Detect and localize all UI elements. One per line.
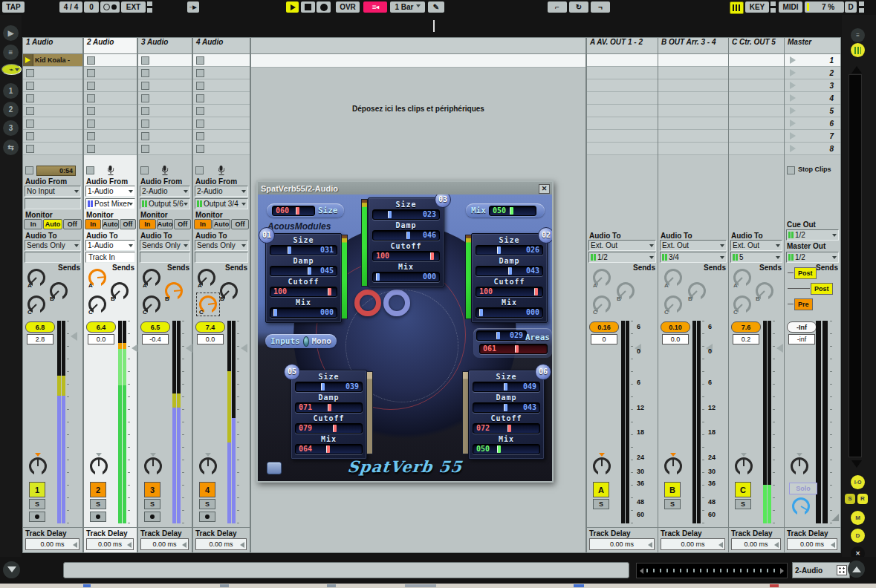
- clip-stop-button[interactable]: [87, 132, 95, 140]
- clip-stop-button[interactable]: [196, 94, 204, 102]
- param-slider[interactable]: 064: [295, 444, 363, 454]
- loop-button[interactable]: ↻: [569, 1, 588, 13]
- send-b-knob[interactable]: B: [756, 282, 773, 300]
- track-header[interactable]: 2 Audio: [84, 38, 137, 54]
- scene-row[interactable]: 6: [785, 117, 840, 130]
- clip-stop-button[interactable]: [87, 107, 95, 115]
- param-slider[interactable]: 100: [270, 287, 337, 297]
- param-slider[interactable]: 049: [473, 382, 540, 392]
- param-slider[interactable]: 023: [372, 209, 440, 220]
- track-activator-button[interactable]: 1: [29, 482, 45, 497]
- audio-to-channel-select[interactable]: 1/2: [588, 252, 656, 263]
- show-info-view-icon[interactable]: [3, 561, 20, 578]
- audio-to-channel-select[interactable]: 3/4: [660, 252, 727, 263]
- record-button[interactable]: [317, 1, 331, 13]
- param-slider-handle[interactable]: [497, 445, 501, 453]
- clip-slot[interactable]: [193, 92, 250, 105]
- clip-stop-button[interactable]: [26, 82, 34, 90]
- cue-out-select[interactable]: 1/2: [786, 229, 839, 241]
- volume-field[interactable]: 2.8: [27, 334, 53, 344]
- monitor-in-button[interactable]: In: [85, 219, 101, 229]
- param-slider-handle[interactable]: [497, 246, 501, 254]
- clip-slot[interactable]: [84, 143, 137, 155]
- clip-slot[interactable]: [23, 105, 82, 117]
- clip-slot[interactable]: [84, 54, 137, 67]
- send-b-knob[interactable]: B: [165, 282, 183, 300]
- clip-slot[interactable]: [587, 117, 658, 130]
- clip-slot[interactable]: [587, 130, 658, 143]
- clip-slot[interactable]: [138, 105, 192, 117]
- clip-slot[interactable]: [729, 92, 784, 105]
- arm-button[interactable]: [29, 512, 45, 522]
- param-slider[interactable]: 031: [270, 245, 337, 255]
- overdub-button[interactable]: OVR: [336, 1, 360, 13]
- send-b-knob[interactable]: B: [111, 282, 129, 300]
- volume-field[interactable]: 0.0: [662, 334, 689, 344]
- mixer-view-icon[interactable]: [851, 43, 865, 57]
- clip-stop-button[interactable]: [26, 132, 34, 140]
- monitor-auto-button[interactable]: Auto: [212, 219, 230, 229]
- clip-stop-button[interactable]: [196, 69, 204, 77]
- param-slider[interactable]: 039: [295, 382, 363, 392]
- param-slider[interactable]: 071: [295, 402, 363, 413]
- audio-from-channel-select[interactable]: Output 5/6: [140, 198, 190, 209]
- pan-knob[interactable]: [144, 457, 162, 475]
- param-slider[interactable]: 000: [372, 272, 440, 282]
- clip-slot[interactable]: [658, 67, 728, 79]
- clip-stop-button[interactable]: [25, 166, 33, 174]
- monitor-off-button[interactable]: Off: [174, 219, 191, 229]
- track-activator-button[interactable]: 4: [199, 482, 215, 497]
- clip-stop-button[interactable]: [87, 82, 95, 90]
- clip-slot[interactable]: [23, 130, 82, 143]
- clip-slot[interactable]: [729, 67, 784, 79]
- param-slider-handle[interactable]: [376, 273, 380, 281]
- clip-stop-button[interactable]: [141, 145, 149, 153]
- show-delay-section-button[interactable]: D: [851, 529, 865, 543]
- track-activator-button[interactable]: 2: [90, 482, 106, 497]
- scene-row[interactable]: 5: [785, 105, 840, 117]
- audio-from-select[interactable]: 1-Audio: [85, 186, 135, 197]
- param-slider-handle[interactable]: [508, 267, 512, 275]
- param-slider-handle[interactable]: [321, 383, 325, 391]
- clip-slot[interactable]: [193, 117, 250, 130]
- clip-slot[interactable]: [138, 79, 192, 92]
- pan-knob[interactable]: [199, 457, 217, 475]
- return-activator-button[interactable]: C: [735, 482, 751, 497]
- source-ring-blue[interactable]: [383, 290, 410, 316]
- clip-slot[interactable]: [658, 117, 728, 130]
- clip-stop-button[interactable]: [196, 107, 204, 115]
- stop-all-clips-button[interactable]: [787, 166, 795, 174]
- global-size-control[interactable]: 060 Size: [267, 203, 344, 218]
- track-delay-field[interactable]: 0.00 ms: [195, 538, 247, 550]
- vertical-scrollbar[interactable]: [849, 74, 862, 457]
- send-a-knob[interactable]: A: [88, 269, 106, 287]
- param-slider-handle[interactable]: [328, 288, 331, 295]
- clip-slot[interactable]: [84, 92, 137, 105]
- send-b-knob[interactable]: B: [617, 282, 635, 300]
- volume-fader[interactable]: [66, 332, 77, 341]
- param-slider-handle[interactable]: [288, 246, 291, 254]
- param-slider-handle[interactable]: [504, 383, 507, 391]
- clip-slot[interactable]: [658, 92, 728, 105]
- close-icon[interactable]: ✕: [539, 184, 550, 194]
- audio-to-select[interactable]: 1-Audio: [85, 240, 135, 251]
- audio-from-select[interactable]: 2-Audio: [140, 186, 190, 197]
- clip-stop-button[interactable]: [141, 94, 149, 102]
- draw-mode-button[interactable]: ✎: [428, 1, 444, 13]
- clip-slot[interactable]: [587, 105, 658, 117]
- pan-knob[interactable]: [90, 457, 108, 475]
- tap-tempo-button[interactable]: TAP: [2, 1, 25, 13]
- play-button[interactable]: [286, 1, 299, 13]
- clip-slot[interactable]: [587, 79, 658, 92]
- return-header[interactable]: C Ctr. OUT 5: [729, 38, 784, 54]
- param-slider-handle[interactable]: [326, 445, 330, 453]
- clip-slot[interactable]: [193, 130, 250, 143]
- audio-to-select[interactable]: Ext. Out: [588, 240, 656, 251]
- clip-stop-button[interactable]: [141, 107, 149, 115]
- clip-slot[interactable]: [587, 143, 658, 155]
- overview-menu-icon[interactable]: ≡: [851, 28, 865, 42]
- send-b-knob[interactable]: B: [220, 282, 238, 300]
- clip-slot[interactable]: [729, 54, 784, 67]
- return-activator-button[interactable]: A: [593, 482, 609, 497]
- selected-track-chip[interactable]: 2-Audio: [792, 562, 850, 578]
